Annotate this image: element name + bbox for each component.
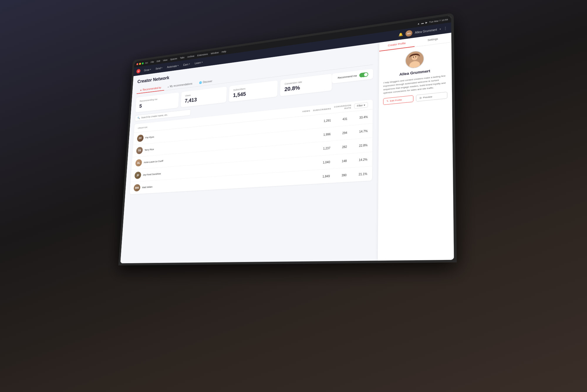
preview-button[interactable]: ◎ Preview [416, 92, 447, 102]
wifi-icon: ▲ [417, 22, 420, 25]
cell-views-3: 1,040 [323, 160, 330, 164]
main-content-area: Creator Network ★ Recommended by ⬥ My re… [120, 43, 379, 263]
mac-minimize-dot[interactable] [139, 63, 141, 65]
edit-profile-label: Edit Profile [390, 99, 402, 102]
tab-my-recommendations[interactable]: ⬥ My recommendations [164, 80, 196, 91]
mac-menu-archive[interactable]: Archive [187, 55, 195, 58]
edit-profile-button[interactable]: ✎ Edit Profile [383, 95, 413, 105]
cell-views-0: 1,291 [324, 119, 331, 123]
nav-earn[interactable]: Earn ▾ [181, 61, 192, 67]
mac-menu-help[interactable]: Help [222, 50, 226, 53]
recommend-me-switch[interactable] [359, 72, 368, 78]
col-header-views: VIEWS [295, 109, 310, 114]
creator-name-3: Joy Food Sunshine [143, 173, 161, 176]
search-icon: 🔍 [137, 116, 140, 119]
profile-content: Allea Grummert I help bloggers and conte… [379, 42, 452, 109]
cell-subscribers-2: 282 [342, 145, 347, 148]
tab-my-recommendations-label: My recommendations [170, 82, 193, 88]
nav-grow[interactable]: Grow ▾ [142, 67, 153, 73]
tab-discover[interactable]: 🌐 Discover [195, 78, 216, 87]
cell-subscribers-0: 431 [343, 117, 348, 121]
mac-window-controls [136, 62, 144, 65]
stat-card-recommending: Recommending me 5 [135, 92, 179, 113]
notification-bell-icon[interactable]: 🔔 [399, 32, 403, 37]
cell-conversion-2: 22.8% [359, 143, 367, 147]
my-recommendations-icon: ⬥ [168, 85, 169, 88]
mac-close-dot[interactable] [136, 63, 138, 65]
learn-chevron: ▾ [202, 61, 203, 63]
profile-avatar-svg [406, 50, 424, 69]
cell-subscribers-4: 390 [342, 173, 347, 177]
app-logo[interactable]: O [136, 69, 141, 74]
creator-avatar-4: MM [134, 184, 141, 192]
col-header-views-spacer [239, 112, 295, 118]
filter-chevron-icon: ▾ [364, 104, 365, 107]
nav-learn[interactable]: Learn ▾ [193, 60, 205, 66]
mac-clock: Tue Mar 7 10:59 [429, 18, 448, 23]
creator-profile-tab-label: Creator Profile [388, 42, 406, 47]
stat-card-views: Views 7,413 [181, 87, 227, 107]
creator-name-1: Terry Rice [144, 148, 154, 151]
creator-avatar-3: JF [134, 171, 141, 179]
mac-menu-view[interactable]: View [163, 59, 168, 62]
settings-tab-label: Settings [428, 37, 438, 42]
automate-chevron: ▾ [178, 65, 179, 67]
stat-card-conversion: Conversion rate 20.8% [280, 74, 332, 96]
cell-conversion-0: 33.4% [359, 115, 368, 119]
recommend-me-toggle-card: Recommend me [332, 69, 373, 84]
creator-name-2: Anne-Laure Le Cunff [144, 160, 163, 164]
preview-eye-icon: ◎ [419, 97, 422, 99]
cell-conversion-4: 21.1% [359, 172, 367, 176]
discover-icon: 🌐 [199, 81, 202, 84]
stat-card-subscribers: Subscribers 1,545 [229, 80, 278, 102]
col-header-subscribers: SUBSCRIBERS [313, 107, 331, 112]
cell-views-4: 1,849 [323, 174, 330, 178]
preview-label: Preview [423, 95, 432, 99]
mac-menu-tabs[interactable]: Tabs [180, 56, 185, 59]
edit-pencil-icon: ✎ [387, 100, 389, 103]
cell-conversion-1: 14.7% [359, 129, 368, 133]
profile-sidebar: Creator Profile Settings [378, 33, 454, 261]
toggle-knob [364, 73, 367, 77]
profile-avatar-section: Allea Grummert [383, 47, 447, 79]
mac-menu-edit[interactable]: Edit [157, 60, 161, 62]
cell-views-2: 1,237 [323, 146, 330, 150]
col-header-conversion: CONVERSION RATE [334, 104, 351, 111]
cell-subscribers-1: 294 [342, 131, 347, 135]
laptop-frame: Arc File Edit View Spaces Tabs Archive E… [0, 0, 587, 392]
volume-icon: ▶ [425, 21, 427, 24]
cell-subscribers-3: 148 [342, 159, 347, 163]
filter-label: Filter [357, 104, 363, 107]
logo-text: O [138, 70, 139, 72]
tab-discover-label: Discover [203, 80, 212, 84]
search-input[interactable] [141, 111, 188, 119]
creator-avatar-2: AL [135, 159, 142, 167]
mac-menu-extensions[interactable]: Extensions [197, 53, 208, 57]
tab-recommended-by-label: Recommended by [143, 86, 161, 91]
mac-menu-file[interactable]: File [151, 61, 154, 64]
mac-menu-spaces[interactable]: Spaces [170, 57, 177, 61]
nav-automate[interactable]: Automate ▾ [165, 63, 181, 70]
mac-menu-arc[interactable]: Arc [145, 61, 148, 64]
earn-chevron: ▾ [189, 63, 190, 65]
user-menu-chevron[interactable]: ▾ [440, 28, 441, 30]
profile-name: Allea Grummert [399, 69, 430, 77]
mac-maximize-dot[interactable] [142, 62, 144, 64]
user-name-display[interactable]: Allea Grummert [415, 28, 437, 34]
cell-conversion-3: 14.2% [359, 158, 367, 162]
user-initials: AG [407, 32, 411, 35]
tab-recommended-by[interactable]: ★ Recommended by [137, 84, 165, 94]
creator-avatar-1: TR [136, 147, 143, 154]
nav-send[interactable]: Send ▾ [154, 65, 164, 71]
kebab-menu-icon[interactable]: ⋮ [443, 26, 447, 31]
send-chevron: ▾ [161, 67, 163, 69]
creator-name-0: Pat Flynn [145, 136, 154, 139]
cell-views-1: 1,996 [323, 133, 331, 136]
profile-avatar [405, 50, 424, 69]
battery-icon: ▬ [421, 22, 424, 25]
grow-chevron: ▾ [150, 68, 151, 70]
recommended-by-icon: ★ [140, 89, 142, 92]
filter-button[interactable]: Filter ▾ [354, 102, 368, 109]
creator-name-4: Matt Molen [142, 185, 153, 189]
mac-menu-window[interactable]: Window [211, 51, 219, 55]
